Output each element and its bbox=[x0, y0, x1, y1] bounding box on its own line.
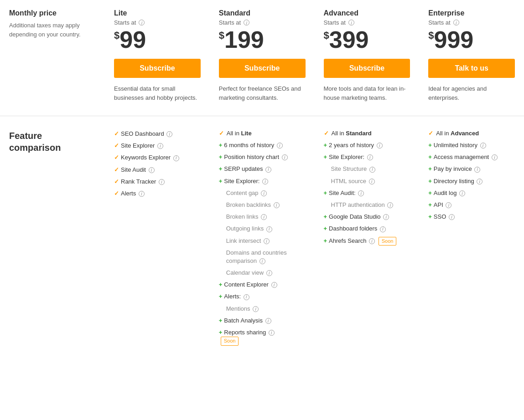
plan-lite-cta[interactable]: Subscribe bbox=[114, 59, 201, 78]
list-item: +Directory listing i bbox=[428, 177, 515, 185]
info-icon[interactable]: i bbox=[387, 202, 393, 208]
info-icon[interactable]: i bbox=[271, 282, 277, 288]
plus-icon: + bbox=[324, 213, 327, 220]
plan-lite-desc: Essential data for small businesses and … bbox=[114, 84, 201, 102]
info-icon[interactable]: i bbox=[244, 294, 249, 300]
list-item: +Pay by invoice i bbox=[428, 165, 515, 173]
info-icon[interactable]: i bbox=[274, 202, 280, 208]
checkmark-icon: ✓ bbox=[114, 178, 119, 185]
features-table: Feature comparison ✓SEO Dashboard i ✓Sit… bbox=[0, 116, 524, 359]
plus-icon: + bbox=[219, 165, 223, 172]
plus-icon: + bbox=[219, 281, 223, 288]
list-item: +Google Data Studio i bbox=[324, 213, 410, 221]
info-icon[interactable]: i bbox=[277, 143, 283, 149]
plan-lite-name: Lite bbox=[114, 9, 201, 17]
list-item: Broken links i bbox=[219, 213, 306, 221]
list-item: Mentions i bbox=[219, 305, 306, 313]
plan-standard-name: Standard bbox=[219, 9, 306, 17]
info-icon[interactable]: i bbox=[348, 20, 354, 26]
list-item: +Access management i bbox=[428, 153, 515, 161]
list-item: +Position history chart i bbox=[219, 153, 306, 161]
info-icon[interactable]: i bbox=[259, 258, 265, 264]
info-icon[interactable]: i bbox=[474, 167, 480, 173]
info-icon[interactable]: i bbox=[244, 20, 249, 26]
list-item: ✓Alerts i bbox=[114, 190, 201, 198]
info-icon[interactable]: i bbox=[266, 270, 272, 276]
list-item: +Site Audit: i bbox=[324, 189, 410, 197]
monthly-price-label: Monthly price bbox=[9, 9, 96, 17]
info-icon[interactable]: i bbox=[261, 190, 267, 196]
info-icon[interactable]: i bbox=[383, 214, 389, 220]
list-item: ✓Keywords Explorer i bbox=[114, 154, 201, 162]
plan-advanced-price-row: $ 399 bbox=[324, 28, 410, 51]
info-icon[interactable]: i bbox=[173, 155, 179, 161]
tax-note: Additional taxes may apply depending on … bbox=[9, 21, 96, 39]
checkmark-icon: ✓ bbox=[114, 190, 119, 197]
monthly-price-col: Monthly price Additional taxes may apply… bbox=[0, 9, 105, 102]
plan-enterprise-price-row: $ 999 bbox=[428, 28, 515, 51]
plan-lite-starts-at: Starts at i bbox=[114, 19, 201, 26]
standard-feature-header: ✓ All in Lite bbox=[219, 130, 306, 137]
info-icon[interactable]: i bbox=[139, 191, 145, 197]
info-icon[interactable]: i bbox=[369, 238, 375, 244]
info-icon[interactable]: i bbox=[459, 190, 465, 196]
info-icon[interactable]: i bbox=[166, 131, 172, 137]
enterprise-feature-list: +Unlimited history i +Access management … bbox=[428, 141, 515, 221]
info-icon[interactable]: i bbox=[492, 154, 498, 160]
checkmark-icon: ✓ bbox=[114, 142, 119, 149]
plan-enterprise: Enterprise Starts at i $ 999 Talk to us … bbox=[419, 9, 524, 102]
plan-advanced-cta[interactable]: Subscribe bbox=[324, 59, 410, 78]
info-icon[interactable]: i bbox=[139, 20, 145, 26]
list-item: +Site Explorer: i bbox=[219, 177, 306, 185]
info-icon[interactable]: i bbox=[358, 190, 364, 196]
info-icon[interactable]: i bbox=[453, 20, 459, 26]
info-icon[interactable]: i bbox=[446, 202, 451, 208]
advanced-feature-header: ✓ All in Standard bbox=[324, 130, 410, 137]
info-icon[interactable]: i bbox=[157, 143, 163, 149]
info-icon[interactable]: i bbox=[477, 179, 482, 184]
plus-icon: + bbox=[324, 225, 327, 232]
info-icon[interactable]: i bbox=[449, 214, 455, 220]
plan-advanced-amount: 399 bbox=[329, 28, 369, 51]
feature-comparison-label: Feature comparison bbox=[9, 130, 96, 154]
info-icon[interactable]: i bbox=[262, 179, 268, 184]
info-icon[interactable]: i bbox=[269, 330, 275, 336]
info-icon[interactable]: i bbox=[265, 318, 271, 324]
plus-icon: + bbox=[428, 213, 432, 220]
info-icon[interactable]: i bbox=[149, 167, 155, 173]
list-item: ✓Rank Tracker i bbox=[114, 178, 201, 186]
list-item: +Content Explorer i bbox=[219, 281, 306, 289]
list-item: +Site Explorer: i bbox=[324, 153, 410, 161]
list-item: +Unlimited history i bbox=[428, 141, 515, 149]
info-icon[interactable]: i bbox=[265, 167, 271, 173]
plus-icon: + bbox=[219, 154, 223, 160]
list-item: Domains and countries comparison i bbox=[219, 249, 306, 265]
plan-standard-amount: 199 bbox=[224, 28, 264, 51]
info-icon[interactable]: i bbox=[282, 154, 288, 160]
list-item: +Audit log i bbox=[428, 189, 515, 197]
info-icon[interactable]: i bbox=[369, 167, 375, 173]
plan-advanced-name: Advanced bbox=[324, 9, 410, 17]
features-standard-col: ✓ All in Lite +6 months of history i +Po… bbox=[210, 130, 315, 349]
info-icon[interactable]: i bbox=[380, 226, 386, 232]
info-icon[interactable]: i bbox=[261, 214, 267, 220]
plus-icon: + bbox=[324, 190, 327, 196]
info-icon[interactable]: i bbox=[264, 238, 270, 244]
list-item: +Alerts: i bbox=[219, 292, 306, 301]
plus-icon: + bbox=[324, 237, 327, 244]
plus-icon: + bbox=[428, 154, 432, 160]
plan-advanced-desc: More tools and data for lean in-house ma… bbox=[324, 84, 410, 102]
plan-enterprise-cta[interactable]: Talk to us bbox=[428, 59, 515, 78]
info-icon[interactable]: i bbox=[377, 143, 383, 149]
plan-advanced-starts-at: Starts at i bbox=[324, 19, 410, 26]
info-icon[interactable]: i bbox=[253, 306, 259, 312]
plan-standard: Standard Starts at i $ 199 Subscribe Per… bbox=[210, 9, 315, 102]
plan-standard-cta[interactable]: Subscribe bbox=[219, 59, 306, 78]
checkmark-icon: ✓ bbox=[114, 130, 119, 137]
info-icon[interactable]: i bbox=[367, 154, 373, 160]
info-icon[interactable]: i bbox=[480, 143, 486, 149]
info-icon[interactable]: i bbox=[369, 179, 375, 184]
plus-icon: + bbox=[219, 329, 223, 336]
info-icon[interactable]: i bbox=[159, 179, 165, 185]
info-icon[interactable]: i bbox=[266, 226, 272, 232]
